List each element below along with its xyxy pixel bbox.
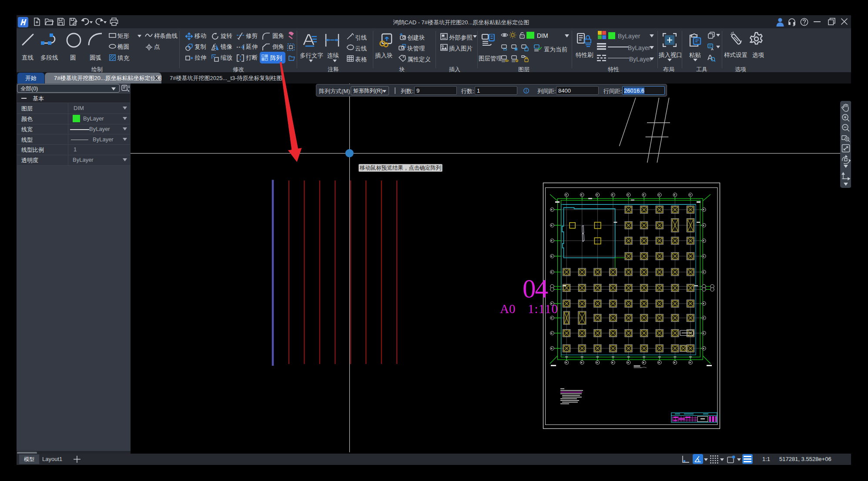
svg-text:A0: A0 (500, 302, 515, 316)
svg-text:04: 04 (523, 274, 548, 303)
svg-text:1:110: 1:110 (528, 302, 558, 316)
